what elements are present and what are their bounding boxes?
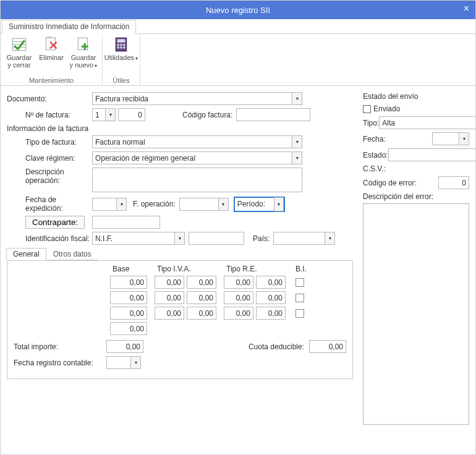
n-factura-num[interactable] (118, 108, 145, 121)
chevron-down-icon[interactable]: ▾ (459, 132, 469, 145)
info-factura-header: Información de la factura (7, 124, 353, 133)
iva-tipo-cell[interactable] (155, 291, 184, 304)
svg-rect-13 (120, 44, 122, 46)
fecha-registro-input[interactable]: ▾ (106, 356, 141, 369)
save-close-button[interactable]: Guardar y cerrar (4, 35, 34, 70)
chevron-down-icon[interactable]: ▾ (117, 198, 127, 211)
bi-checkbox[interactable] (295, 294, 304, 302)
chevron-down-icon[interactable]: ▾ (274, 197, 284, 211)
fecha-envio-label: Fecha: (363, 135, 402, 143)
utilities-button[interactable]: Utilidades (106, 35, 136, 63)
codigo-factura-label: Código factura: (182, 111, 232, 119)
chevron-down-icon[interactable]: ▾ (219, 198, 229, 211)
estado-envio-header: Estado del envío (363, 92, 469, 101)
documento-select[interactable]: ▾ (92, 92, 302, 105)
table-row (14, 276, 346, 289)
enviado-checkbox[interactable] (363, 105, 371, 113)
f-operacion-label: F. operación: (133, 200, 176, 208)
identificacion-tipo-select[interactable]: ▾ (92, 232, 185, 245)
iva-cuota-cell[interactable] (187, 276, 216, 289)
periodo-field[interactable]: Período: ▾ (234, 197, 285, 212)
document-tabstrip: Suministro Inmediato de Información (1, 19, 475, 34)
fecha-expedicion-label: Fecha de expedición: (7, 195, 92, 213)
tipo-envio-select[interactable]: ▾ (379, 116, 476, 129)
re-tipo-cell[interactable] (224, 291, 253, 304)
total-importe-input[interactable] (106, 340, 143, 353)
chevron-down-icon[interactable]: ▾ (292, 135, 302, 148)
ribbon-group-mantenimiento: Mantenimiento (29, 77, 74, 85)
chevron-down-icon[interactable]: ▾ (325, 232, 335, 245)
svg-rect-14 (123, 44, 125, 46)
contraparte-input[interactable] (92, 216, 160, 229)
tipo-envio-label: Tipo: (363, 119, 379, 127)
tipo-factura-select[interactable]: ▾ (92, 135, 302, 148)
n-factura-serie[interactable]: ▾ (92, 108, 116, 121)
estado-select[interactable]: ▾ (388, 148, 476, 161)
save-new-button[interactable]: Guardar y nuevo (69, 35, 98, 70)
delete-icon (43, 36, 59, 53)
bi-checkbox[interactable] (295, 309, 304, 318)
re-cuota-cell[interactable] (256, 307, 286, 320)
delete-button[interactable]: Eliminar (36, 35, 66, 70)
col-bi: B.I. (292, 265, 307, 273)
base-cell[interactable] (110, 291, 147, 304)
table-row (14, 307, 346, 320)
tab-general[interactable]: General (6, 248, 46, 260)
re-tipo-cell[interactable] (224, 307, 253, 320)
col-base: Base (113, 265, 150, 273)
window-title: Nuevo registro SII (206, 6, 270, 15)
descripcion-textarea[interactable] (92, 168, 302, 192)
periodo-label: Período: (237, 200, 265, 208)
identificacion-label: Identificación fiscal: (7, 234, 92, 243)
cuota-deducible-input[interactable] (309, 340, 346, 353)
contraparte-button[interactable]: Contraparte: (25, 216, 85, 229)
chevron-down-icon[interactable]: ▾ (292, 151, 302, 164)
codigo-factura-input[interactable] (236, 108, 310, 121)
svg-rect-15 (117, 46, 119, 48)
save-new-icon (75, 36, 91, 53)
pais-select[interactable]: ▾ (273, 232, 335, 245)
base-cell[interactable] (110, 307, 147, 320)
chevron-down-icon[interactable]: ▾ (175, 232, 185, 245)
tab-otros-datos[interactable]: Otros datos (46, 248, 98, 260)
chevron-down-icon[interactable]: ▾ (292, 92, 302, 105)
codigo-error-input[interactable] (438, 176, 469, 189)
codigo-error-label: Código de error: (363, 179, 438, 187)
chevron-down-icon[interactable]: ▾ (106, 108, 116, 121)
chevron-down-icon[interactable]: ▾ (131, 356, 141, 369)
svg-rect-16 (120, 46, 122, 48)
identificacion-value-input[interactable] (189, 232, 244, 245)
iva-cuota-cell[interactable] (187, 307, 216, 320)
base-cell[interactable] (110, 276, 147, 289)
svg-rect-12 (117, 44, 119, 46)
re-tipo-cell[interactable] (224, 276, 253, 289)
descripcion-error-box[interactable] (363, 203, 469, 425)
clave-regimen-select[interactable]: ▾ (92, 151, 302, 164)
ribbon: Guardar y cerrar Eliminar Guardar y (1, 34, 475, 86)
descripcion-label: Descripción operación: (7, 168, 92, 185)
csv-label: C.S.V.: (363, 164, 386, 173)
col-re: Tipo R.E. (223, 265, 288, 273)
close-icon[interactable]: × (464, 3, 469, 14)
bi-checkbox[interactable] (295, 278, 304, 287)
table-row (14, 291, 346, 304)
svg-rect-7 (78, 38, 87, 49)
clave-regimen-label: Clave régimen: (7, 154, 92, 163)
base-total[interactable] (110, 322, 147, 335)
fecha-expedicion-input[interactable]: ▾ (92, 198, 127, 211)
re-cuota-cell[interactable] (256, 276, 286, 289)
fecha-envio-input[interactable]: ▾ (432, 132, 469, 145)
iva-tipo-cell[interactable] (155, 276, 184, 289)
descripcion-error-label: Descripción del error: (363, 192, 469, 201)
inner-tabs: General Otros datos (6, 248, 353, 260)
svg-rect-17 (123, 46, 125, 48)
svg-rect-11 (117, 39, 125, 42)
iva-tipo-cell[interactable] (155, 307, 184, 320)
re-cuota-cell[interactable] (256, 291, 286, 304)
pais-label: País: (253, 234, 270, 243)
tab-sii[interactable]: Suministro Inmediato de Información (2, 20, 136, 34)
n-factura-label: Nº de factura: (7, 111, 92, 119)
f-operacion-input[interactable]: ▾ (179, 198, 229, 211)
iva-cuota-cell[interactable] (187, 291, 216, 304)
ribbon-group-utiles: Útiles (113, 77, 130, 85)
